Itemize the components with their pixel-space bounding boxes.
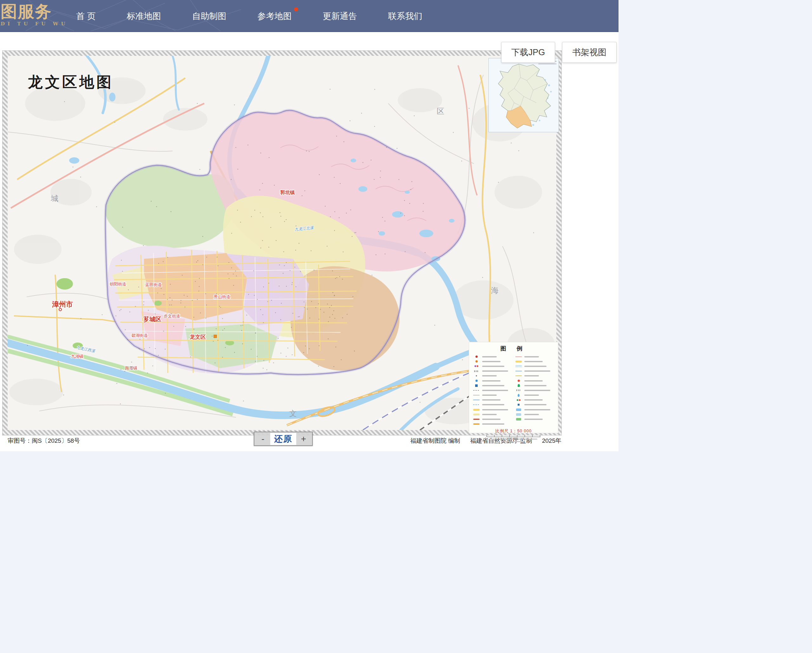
legend-entry — [472, 383, 513, 388]
legend-entry — [472, 378, 513, 383]
map-approval-number: 审图号：闽S〔2025〕58号 — [8, 437, 80, 445]
legend-entry — [472, 398, 513, 403]
legend-entry — [514, 417, 555, 421]
legend-entry — [472, 417, 513, 421]
legend-scale-label: 比例尺 1：50 000 — [472, 428, 555, 434]
district-seat-marker — [214, 335, 217, 338]
zoom-in-button[interactable]: + — [297, 433, 310, 445]
map-credits: 福建省制图院 编制 福建省自然资源厅 监制 2025年 — [411, 437, 562, 445]
zoom-restore-button[interactable]: 还原 — [270, 433, 296, 445]
legend-entry — [514, 412, 555, 417]
map-title: 龙文区地图 — [28, 72, 114, 92]
province-inset-map — [488, 58, 559, 132]
top-navbar: 图服务 DI TU FU WU 首 页 标准地图 自助制图 参考地图 更新通告 … — [0, 0, 618, 32]
page-content: 图服务 DI TU FU WU 首 页 标准地图 自助制图 参考地图 更新通告 … — [0, 0, 618, 451]
legend-entry — [514, 403, 555, 407]
legend-entry — [514, 369, 555, 374]
label-jiuhu-town: 九湖镇 — [71, 354, 83, 359]
legend-entry — [472, 388, 513, 393]
nav-menu: 首 页 标准地图 自助制图 参考地图 更新通告 联系我们 — [76, 0, 423, 32]
legend-entry — [514, 383, 555, 388]
legend-entry — [514, 378, 555, 383]
zoom-out-button[interactable]: - — [256, 433, 270, 445]
legend-entry — [472, 403, 513, 407]
legend-entry — [472, 393, 513, 398]
label-neighbor-qu: 区 — [437, 107, 444, 116]
legend-title: 图 例 — [472, 345, 555, 352]
label-lantian-subdistrict: 蓝田街道 — [145, 282, 162, 287]
nav-item-reference-maps[interactable]: 参考地图 — [258, 11, 292, 22]
legend-entry — [514, 398, 555, 403]
site-logo-text: 图服务 — [1, 3, 68, 20]
map-year: 2025年 — [542, 437, 562, 444]
legend-entry — [514, 393, 555, 398]
label-zhangzhou-city: 漳州市 — [52, 301, 73, 308]
label-neighbor-wen: 文 — [289, 409, 297, 418]
download-jpg-button[interactable]: 下载JPG — [501, 42, 555, 63]
legend-entry — [514, 374, 555, 378]
label-yancuo-town: 颜厝镇 — [125, 366, 137, 371]
legend-scale-bar — [487, 435, 540, 437]
nav-item-contact-us[interactable]: 联系我们 — [388, 11, 423, 22]
legend-entry — [472, 407, 513, 412]
nav-item-update-notice[interactable]: 更新通告 — [323, 11, 357, 22]
legend-entry — [514, 354, 555, 359]
nav-item-reference-maps-label: 参考地图 — [258, 11, 292, 21]
legend-entry — [514, 407, 555, 412]
nav-item-home[interactable]: 首 页 — [76, 11, 96, 22]
bookshelf-view-button[interactable]: 书架视图 — [562, 42, 617, 63]
legend-entry — [472, 422, 513, 427]
inset-scale-line — [538, 63, 557, 64]
legend-entry — [472, 364, 513, 369]
fujian-inset-image — [489, 58, 559, 132]
label-xiangcheng-district: 芗城区 — [143, 316, 162, 322]
new-notification-dot — [294, 7, 298, 11]
legend-note-line-1 — [490, 439, 537, 439]
legend-column-left — [472, 354, 513, 427]
label-guokeng-town: 郭坑镇 — [280, 190, 295, 195]
zoom-control: - 还原 + — [254, 432, 313, 446]
legend-column-right — [514, 354, 555, 427]
map-legend: 图 例 比例尺 1：50 000 — [469, 342, 558, 433]
map-credit-compiler: 福建省制图院 编制 — [411, 437, 460, 444]
legend-entry — [514, 388, 555, 393]
legend-note-line-2 — [504, 441, 524, 442]
site-logo[interactable]: 图服务 DI TU FU WU — [1, 3, 68, 27]
label-neighbor-hai: 海 — [491, 286, 499, 294]
legend-entry — [514, 359, 555, 364]
label-jingshan-subdistrict: 景山街道 — [214, 294, 230, 299]
legend-entry — [472, 354, 513, 359]
label-longwen-district: 龙文区 — [189, 334, 206, 340]
nav-item-self-mapping[interactable]: 自助制图 — [192, 11, 226, 22]
nav-item-standard-maps[interactable]: 标准地图 — [127, 11, 161, 22]
legend-entry — [472, 412, 513, 417]
site-logo-subtext: DI TU FU WU — [1, 21, 68, 27]
legend-entry — [472, 359, 513, 364]
label-buwen-subdistrict: 步文街道 — [164, 314, 180, 319]
legend-entry — [472, 369, 513, 374]
legend-entry — [514, 364, 555, 369]
label-neighbor-cheng: 城 — [50, 194, 58, 203]
label-chaoyang-subdistrict: 朝阳街道 — [110, 282, 126, 286]
label-bihu-subdistrict: 碧湖街道 — [131, 333, 148, 338]
legend-entry — [472, 374, 513, 378]
